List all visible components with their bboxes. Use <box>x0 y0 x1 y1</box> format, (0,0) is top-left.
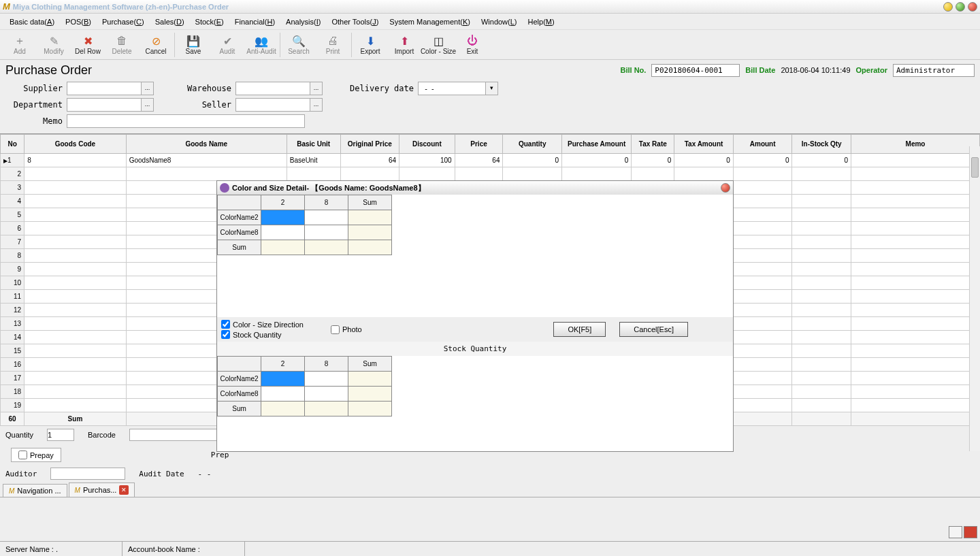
bill-date-label: Bill Date <box>745 66 775 74</box>
menu-basic-data[interactable]: Basic data(A) <box>4 16 60 28</box>
seller-label: Seller <box>174 100 235 110</box>
menu-financial[interactable]: Financial(H) <box>229 16 280 28</box>
stock-quantity-table[interactable]: 28Sum ColorName2 ColorName8 Sum <box>217 356 392 416</box>
dialog-close-button[interactable] <box>721 183 730 193</box>
anti-audit-button: 👥Anti-Audit <box>244 31 278 59</box>
maximize-button[interactable] <box>956 2 965 12</box>
close-button[interactable] <box>968 2 977 12</box>
add-button: ＋Add <box>3 31 37 59</box>
warehouse-label: Warehouse <box>174 84 235 93</box>
save-button[interactable]: 💾Save <box>176 31 210 59</box>
bottom-right-button-1[interactable] <box>949 526 962 538</box>
delete-button: 🗑Delete <box>105 31 139 59</box>
bill-no-input[interactable] <box>651 64 740 77</box>
delivery-input[interactable] <box>418 82 486 95</box>
stock-quantity-header: Stock Quantity <box>217 342 733 356</box>
barcode-input[interactable] <box>129 429 218 441</box>
bill-header: Purchase Order Bill No. Bill Date 2018-0… <box>0 60 980 80</box>
department-input[interactable] <box>67 98 142 112</box>
warehouse-lookup[interactable]: ... <box>310 82 323 95</box>
color-size-button[interactable]: ◫Color - Size <box>421 31 455 59</box>
window-title: Miya Clothing Management Software (zh-en… <box>13 3 229 11</box>
export-button[interactable]: ⬇Export <box>353 31 387 59</box>
color-size-table[interactable]: 28Sum ColorName2 ColorName8 Sum <box>217 195 392 255</box>
ok-button[interactable]: OK[F5] <box>553 322 606 337</box>
quantity-input[interactable] <box>47 429 74 441</box>
auditor-label: Auditor <box>5 470 37 478</box>
barcode-label: Barcode <box>88 431 116 439</box>
delivery-dropdown[interactable]: ▾ <box>486 82 498 95</box>
menu-sales[interactable]: Sales(D) <box>150 16 190 28</box>
delivery-label: Delivery date <box>343 84 418 93</box>
menu-stock[interactable]: Stock(E) <box>190 16 229 28</box>
menubar: Basic data(A)POS(B)Purchase(C)Sales(D)St… <box>0 14 980 30</box>
quantity-label: Quantity <box>5 431 33 439</box>
color-size-dialog: Color and Size Detail- 【Goods Name: Good… <box>216 180 734 452</box>
memo-input[interactable] <box>67 114 305 128</box>
dialog-title: Color and Size Detail- 【Goods Name: Good… <box>232 183 425 193</box>
statusbar: Server Name : . Account-book Name : <box>0 541 980 556</box>
memo-label: Memo <box>5 116 67 126</box>
operator-label: Operator <box>856 66 887 74</box>
print-button: 🖨Print <box>316 31 350 59</box>
menu-analysis[interactable]: Analysis(I) <box>280 16 326 28</box>
department-lookup[interactable]: ... <box>142 98 154 112</box>
status-server: Server Name : . <box>0 542 122 556</box>
cancel-button[interactable]: Cancel[Esc] <box>619 322 688 337</box>
department-label: Department <box>5 100 67 110</box>
warehouse-input[interactable] <box>235 82 310 95</box>
del-row-button[interactable]: ✖Del Row <box>71 31 105 59</box>
color-size-direction-checkbox[interactable]: Color - Size Direction <box>221 320 304 329</box>
vertical-scrollbar[interactable] <box>969 146 980 451</box>
menu-other-tools[interactable]: Other Tools(J) <box>326 16 384 28</box>
audit-button: ✔Audit <box>210 31 244 59</box>
exit-button[interactable]: ⏻Exit <box>455 31 489 59</box>
status-book: Account-book Name : <box>122 542 245 556</box>
cancel-button[interactable]: ⊘Cancel <box>139 31 173 59</box>
tab-navigation[interactable]: MNavigation ... <box>3 484 67 497</box>
seller-lookup[interactable]: ... <box>310 98 323 112</box>
minimize-button[interactable] <box>943 2 953 12</box>
bottom-right-button-2[interactable] <box>964 526 977 538</box>
supplier-input[interactable] <box>67 82 142 95</box>
menu-help[interactable]: Help(M) <box>523 16 560 28</box>
audit-date-label: Audit Date <box>139 470 184 478</box>
supplier-lookup[interactable]: ... <box>142 82 154 95</box>
prepay-label: Prepay <box>30 451 54 459</box>
toolbar: ＋Add✎Modify✖Del Row🗑Delete⊘Cancel💾Save✔A… <box>0 30 980 60</box>
prepay-checkbox[interactable] <box>18 451 27 459</box>
bill-no-label: Bill No. <box>620 66 646 74</box>
auditor-input[interactable] <box>50 468 125 480</box>
supplier-label: Supplier <box>5 84 67 93</box>
tab-purchase[interactable]: MPurchas...✕ <box>69 483 135 497</box>
tab-close-icon[interactable]: ✕ <box>119 485 129 495</box>
document-tabs: MNavigation ... MPurchas...✕ <box>0 481 980 497</box>
audit-date-value: - - <box>198 470 212 478</box>
titlebar: M Miya Clothing Management Software (zh-… <box>0 0 980 14</box>
prepay-box[interactable]: Prepay <box>11 448 61 462</box>
bill-date-value: 2018-06-04 10:11:49 <box>781 66 850 74</box>
selected-cell[interactable] <box>261 210 305 225</box>
dialog-icon <box>220 183 229 193</box>
search-button: 🔍Search <box>282 31 316 59</box>
photo-checkbox[interactable]: Photo <box>331 325 362 334</box>
menu-system-management[interactable]: System Management(K) <box>384 16 476 28</box>
menu-window[interactable]: Window(L) <box>476 16 523 28</box>
seller-input[interactable] <box>235 98 310 112</box>
operator-input[interactable] <box>893 64 975 77</box>
import-button[interactable]: ⬆Import <box>387 31 421 59</box>
stock-quantity-checkbox[interactable]: Stock Quantity <box>221 330 304 339</box>
app-logo: M <box>3 1 10 12</box>
menu-pos[interactable]: POS(B) <box>60 16 97 28</box>
page-title: Purchase Order <box>5 63 92 78</box>
modify-button: ✎Modify <box>37 31 71 59</box>
menu-purchase[interactable]: Purchase(C) <box>97 16 150 28</box>
